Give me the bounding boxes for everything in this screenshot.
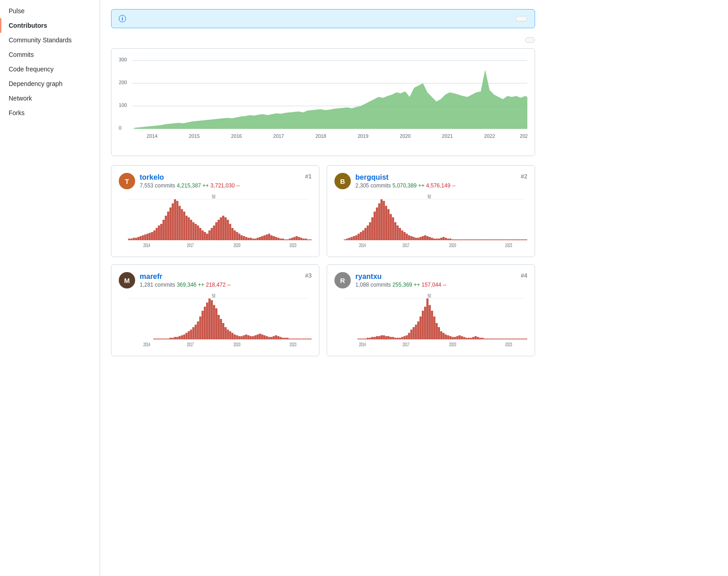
svg-text:2014: 2014 <box>143 342 150 348</box>
svg-rect-341 <box>488 339 490 339</box>
svg-rect-204 <box>156 339 158 339</box>
contributor-username-4[interactable]: ryantxu <box>355 273 382 280</box>
deletions: 218,472 -- <box>206 282 231 288</box>
feedback-button[interactable] <box>516 16 527 21</box>
svg-rect-21 <box>131 238 133 240</box>
svg-rect-168 <box>486 239 488 240</box>
svg-text:2019: 2019 <box>358 133 369 139</box>
svg-rect-229 <box>213 305 215 339</box>
svg-rect-347 <box>502 339 505 339</box>
contributor-username-3[interactable]: marefr <box>140 273 162 280</box>
svg-rect-44 <box>183 212 186 240</box>
svg-rect-353 <box>516 339 518 339</box>
svg-text:2014: 2014 <box>143 243 150 248</box>
contributor-card-4: R ryantxu 1,088 commits 255,369 ++ 157,0… <box>327 264 535 356</box>
svg-rect-159 <box>465 239 468 240</box>
svg-text:50: 50 <box>212 195 216 199</box>
svg-rect-153 <box>452 239 454 240</box>
svg-rect-135 <box>410 236 413 240</box>
svg-rect-223 <box>199 317 202 339</box>
svg-rect-225 <box>204 307 206 339</box>
svg-rect-252 <box>266 336 268 339</box>
svg-rect-265 <box>296 339 298 339</box>
svg-rect-92 <box>293 237 296 240</box>
svg-text:2014: 2014 <box>359 342 366 348</box>
svg-rect-295 <box>383 335 385 339</box>
sidebar-item-commits[interactable]: Commits <box>0 47 100 62</box>
svg-rect-206 <box>160 339 162 339</box>
sidebar-item-network[interactable]: Network <box>0 91 100 106</box>
svg-rect-109 <box>351 237 353 240</box>
svg-rect-308 <box>413 327 415 339</box>
svg-rect-316 <box>431 311 433 339</box>
commit-count: 7,553 commits <box>140 182 175 189</box>
sidebar-item-code-frequency[interactable]: Code frequency <box>0 62 100 76</box>
svg-rect-263 <box>291 339 293 339</box>
svg-rect-323 <box>447 335 449 339</box>
svg-rect-226 <box>206 303 208 339</box>
svg-rect-331 <box>465 338 468 339</box>
svg-rect-111 <box>355 235 358 240</box>
svg-rect-83 <box>273 236 275 240</box>
svg-rect-267 <box>300 339 303 339</box>
svg-rect-352 <box>514 339 516 339</box>
svg-rect-224 <box>202 311 204 339</box>
svg-rect-317 <box>433 317 435 339</box>
svg-rect-319 <box>438 327 440 339</box>
sidebar-item-community-standards[interactable]: Community Standards <box>0 33 100 47</box>
svg-rect-235 <box>227 329 229 339</box>
deletions: 157,044 -- <box>421 282 446 288</box>
contributor-username-1[interactable]: torkelo <box>140 173 164 181</box>
svg-rect-179 <box>511 239 514 240</box>
contributor-details: ryantxu 1,088 commits 255,369 ++ 157,044… <box>355 273 446 288</box>
svg-rect-141 <box>424 235 426 240</box>
svg-rect-116 <box>367 226 369 240</box>
svg-rect-286 <box>362 339 364 339</box>
svg-rect-221 <box>195 325 197 339</box>
svg-rect-354 <box>518 339 521 339</box>
svg-rect-246 <box>252 336 254 339</box>
svg-rect-302 <box>399 338 401 339</box>
svg-text:2017: 2017 <box>403 342 410 348</box>
mini-chart-1: 50 2014 2017 2020 2023 <box>119 195 312 249</box>
sidebar-item-forks[interactable]: Forks <box>0 106 100 120</box>
contributor-card-2: B bergquist 2,305 commits 5,070,389 ++ 4… <box>327 165 535 257</box>
contributor-stats-3: 1,281 commits 369,346 ++ 218,472 -- <box>140 282 231 288</box>
svg-rect-66 <box>234 230 236 240</box>
contributions-dropdown[interactable] <box>525 37 535 43</box>
svg-rect-138 <box>417 238 420 240</box>
svg-rect-152 <box>450 238 452 240</box>
svg-rect-304 <box>404 336 406 339</box>
mini-chart-2: 50 2014 2017 2020 2023 <box>334 195 527 249</box>
svg-rect-285 <box>360 339 362 339</box>
svg-rect-257 <box>277 336 279 339</box>
svg-rect-338 <box>481 338 484 339</box>
svg-text:2017: 2017 <box>273 133 284 139</box>
svg-rect-255 <box>273 336 275 339</box>
svg-text:2021: 2021 <box>442 133 453 139</box>
svg-rect-61 <box>222 216 224 240</box>
avatar-1: T <box>119 173 135 189</box>
svg-rect-139 <box>420 237 422 240</box>
contributor-username-2[interactable]: bergquist <box>355 173 389 181</box>
svg-rect-310 <box>417 321 420 339</box>
svg-text:2020: 2020 <box>233 243 240 248</box>
svg-rect-163 <box>475 239 477 240</box>
svg-rect-46 <box>188 217 190 240</box>
sidebar-item-dependency-graph[interactable]: Dependency graph <box>0 76 100 91</box>
svg-rect-56 <box>211 228 213 240</box>
svg-rect-184 <box>523 239 525 240</box>
sidebar-item-pulse[interactable]: Pulse <box>0 4 100 18</box>
sidebar-item-contributors[interactable]: Contributors <box>0 18 100 33</box>
svg-rect-26 <box>142 235 144 240</box>
svg-rect-227 <box>208 298 211 339</box>
svg-rect-250 <box>261 334 263 339</box>
svg-rect-70 <box>243 236 245 240</box>
svg-rect-72 <box>248 238 250 240</box>
svg-text:2018: 2018 <box>315 133 326 139</box>
mini-chart-svg-1: 50 2014 2017 2020 2023 <box>119 195 312 249</box>
svg-rect-245 <box>250 336 252 339</box>
svg-rect-71 <box>245 237 248 240</box>
svg-rect-24 <box>137 237 140 240</box>
svg-rect-54 <box>206 234 208 240</box>
